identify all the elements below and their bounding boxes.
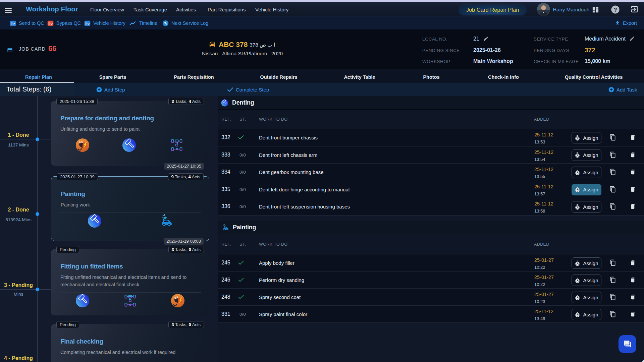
svg-text:?: ? — [613, 7, 617, 13]
